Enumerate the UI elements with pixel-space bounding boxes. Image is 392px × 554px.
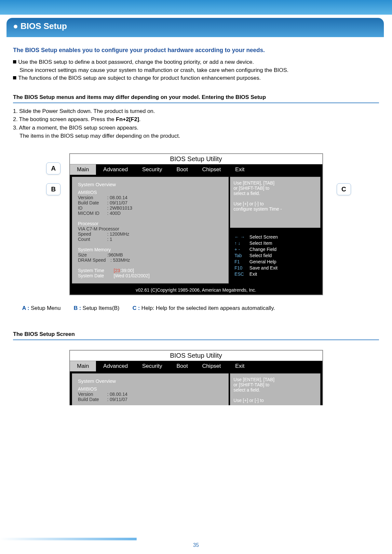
size-label: Size [78, 252, 107, 257]
micom-label: MICOM ID [78, 211, 107, 216]
speed-label: Speed [78, 231, 107, 237]
bullet-1-line-a: Use the BIOS setup to define a boot pass… [18, 59, 254, 65]
help-line-1: Use [ENTER], [TAB] [234, 180, 317, 186]
bios-right-panel: Use [ENTER], [TAB] or [SHIFT-TAB] to sel… [230, 373, 320, 405]
callout-b: B [46, 183, 61, 195]
help-box: Use [ENTER], [TAB] or [SHIFT-TAB] to sel… [230, 177, 320, 228]
system-time-rest[interactable]: :39:00] [120, 268, 134, 273]
figure-1: A B C BIOS Setup Utility Main Advanced S… [13, 153, 379, 295]
legend-a-text: Setup Menu [29, 305, 61, 311]
square-bullet-icon [13, 76, 16, 79]
amibios-heading: AMIBIOS [78, 386, 223, 392]
step-2-c: . [139, 116, 141, 122]
help-line-1: Use [ENTER], [TAB] [234, 377, 317, 382]
system-time-hh[interactable]: [23 [114, 268, 120, 273]
callout-c: C [337, 183, 351, 195]
square-bullet-icon [13, 60, 16, 63]
bios-body: System Overview AMIBIOS Version: 08.00.1… [70, 371, 322, 405]
bios-window-title: BIOS Setup Utility [70, 351, 322, 361]
tab-exit[interactable]: Exit [228, 164, 251, 175]
key-f10: F10 [235, 265, 250, 270]
tab-security[interactable]: Security [135, 361, 169, 371]
tab-main[interactable]: Main [70, 164, 96, 175]
legend-c-key: C : [132, 305, 140, 311]
id-value: : 2WB01013 [107, 205, 132, 211]
help-line-3: select a field. [234, 387, 317, 393]
help-line-3: select a field. [234, 191, 317, 196]
key-f10-text: Save and Exit [250, 265, 277, 270]
key-f1-text: General Help [250, 259, 277, 264]
step-3-b: The items in the BIOS setup may differ d… [13, 132, 379, 140]
legend-b-text: Setup Items(B) [81, 305, 119, 311]
section-header: ● BIOS Setup [7, 18, 384, 37]
figure-2: BIOS Setup Utility Main Advanced Securit… [69, 350, 323, 405]
count-label: Count [78, 237, 107, 242]
key-lr: ← → [235, 234, 250, 240]
bios-tab-bar: Main Advanced Security Boot Chipset Exit [70, 361, 322, 371]
key-help: ← →Select Screen ↑ ↓Select Item + -Chang… [230, 230, 320, 284]
system-overview-heading: System Overview [78, 182, 223, 187]
amibios-heading: AMIBIOS [78, 190, 223, 195]
key-ud-text: Select Item [250, 241, 272, 246]
tab-boot[interactable]: Boot [169, 164, 195, 175]
bios-footer: v02.61 (C)Copyright 1985-2006, American … [70, 285, 322, 295]
step-2-key: Fn+2[F2] [116, 116, 139, 122]
intro-title: The BIOS Setup enables you to configure … [13, 47, 379, 54]
help-line-4: Use [+] or [-] to [234, 201, 317, 206]
bios-left-panel: System Overview AMIBIOS Version: 08.00.1… [72, 373, 229, 405]
tab-chipset[interactable]: Chipset [195, 361, 228, 371]
callout-legend: A : Setup Menu B : Setup Items(B) C : He… [13, 305, 379, 312]
bullet-2-text: The functions of the BIOS setup are subj… [18, 75, 261, 81]
key-pm-text: Change Field [250, 247, 277, 252]
key-tab-text: Select field [250, 253, 272, 258]
page-number: 35 [0, 542, 392, 548]
bios-screenshot-2: BIOS Setup Utility Main Advanced Securit… [69, 350, 323, 405]
key-tab: Tab [235, 253, 250, 258]
build-date-label: Build Date [78, 397, 107, 402]
help-line-2: or [SHIFT-TAB] to [234, 186, 317, 191]
top-gradient-bar [0, 0, 392, 15]
tab-exit[interactable]: Exit [228, 361, 251, 371]
entering-bios-title: The BIOS Setup menus and items may diffe… [13, 94, 379, 103]
micom-value: : 400D [107, 211, 121, 216]
bios-window-title: BIOS Setup Utility [70, 154, 322, 164]
bios-screen-title: The BIOS Setup Screen [13, 331, 379, 340]
tab-main[interactable]: Main [70, 361, 96, 371]
key-f1: F1 [235, 259, 250, 264]
system-date-label: System Date [78, 273, 114, 278]
system-overview-heading: System Overview [78, 378, 223, 384]
processor-name: VIA C7-M Processor [78, 226, 223, 231]
bios-left-panel: System Overview AMIBIOS Version: 08.00.1… [72, 177, 229, 284]
id-label: ID [78, 205, 107, 211]
tab-advanced[interactable]: Advanced [96, 361, 135, 371]
bios-screenshot-1: BIOS Setup Utility Main Advanced Securit… [69, 153, 323, 295]
key-ud: ↑ ↓ [235, 241, 250, 246]
build-date-label: Build Date [78, 200, 107, 205]
version-value: : 08.00.14 [107, 392, 128, 397]
content: The BIOS Setup enables you to configure … [0, 37, 392, 405]
tab-advanced[interactable]: Advanced [96, 164, 135, 175]
build-date-value: : 09/11/07 [107, 200, 128, 205]
bullet-1: Use the BIOS setup to define a boot pass… [13, 58, 379, 74]
key-lr-text: Select Screen [250, 234, 278, 240]
processor-heading: Processor [78, 221, 223, 226]
page: ● BIOS Setup The BIOS Setup enables you … [0, 0, 392, 554]
callout-a: A [46, 162, 61, 174]
tab-boot[interactable]: Boot [169, 361, 195, 371]
bios-body: System Overview AMIBIOS Version: 08.00.1… [70, 175, 322, 285]
legend-a-key: A : [22, 305, 29, 311]
bullet-1-line-b: Since incorrect settings may cause your … [13, 66, 379, 75]
key-esc-text: Exit [250, 271, 257, 277]
system-date-value[interactable]: [Wed 01/02/2002] [114, 273, 150, 278]
tab-security[interactable]: Security [135, 164, 169, 175]
bios-tab-bar: Main Advanced Security Boot Chipset Exit [70, 164, 322, 175]
tab-chipset[interactable]: Chipset [195, 164, 228, 175]
step-1: 1. Slide the Power Switch down. The prod… [13, 107, 379, 116]
help-line-5: configure system Time - [234, 206, 317, 212]
help-box: Use [ENTER], [TAB] or [SHIFT-TAB] to sel… [230, 373, 320, 405]
legend-b-key: B : [74, 305, 81, 311]
version-label: Version [78, 392, 107, 397]
help-line-4: Use [+] or [-] to [234, 398, 317, 403]
key-pm: + - [235, 247, 250, 252]
system-time-label: System Time [78, 268, 114, 273]
